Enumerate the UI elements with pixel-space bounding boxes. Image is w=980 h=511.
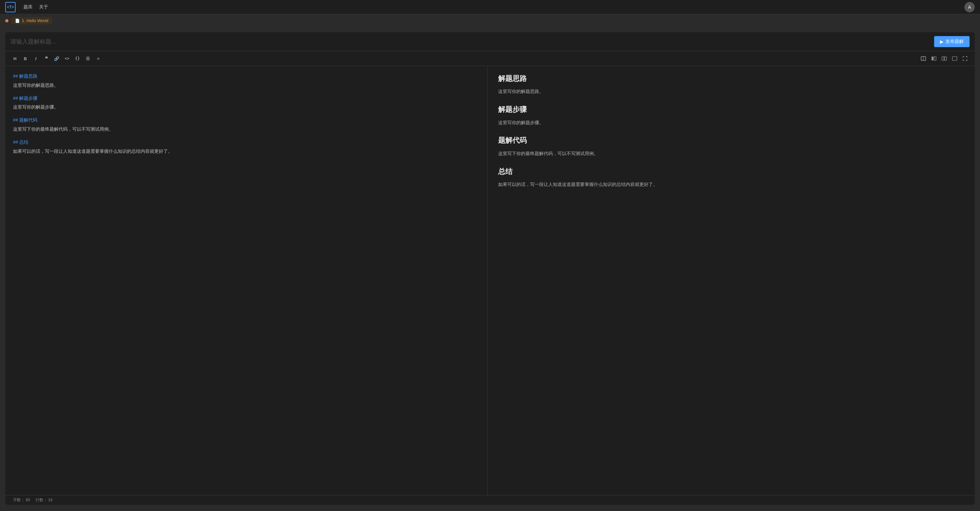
toolbar-italic[interactable]: I bbox=[31, 54, 40, 63]
word-count: 字数： 85 bbox=[13, 497, 30, 503]
title-input[interactable] bbox=[10, 38, 930, 45]
toolbar-ordered-list[interactable]: ≡ bbox=[94, 54, 103, 63]
toolbar-inline-code[interactable]: <> bbox=[62, 54, 72, 63]
nav-links: 题库 关于 bbox=[24, 4, 48, 10]
md-paragraph-4: 如果可以的话，写一段让人知道这道题需要掌握什么知识的总结内容就更好了。 bbox=[13, 148, 480, 156]
svg-rect-2 bbox=[932, 57, 934, 60]
tab-label: 1. Hello World bbox=[22, 18, 48, 23]
toolbar-code-block[interactable]: {} bbox=[73, 54, 82, 63]
toolbar-view-edit[interactable] bbox=[919, 54, 928, 63]
publish-icon: ▶ bbox=[940, 39, 943, 44]
md-heading-2: ## 解题步骤 bbox=[13, 95, 480, 102]
fullscreen-icon bbox=[963, 56, 968, 61]
logo[interactable]: <T> bbox=[5, 2, 16, 12]
toolbar-bold[interactable]: B bbox=[21, 54, 30, 63]
topnav: <T> 题库 关于 A bbox=[0, 0, 980, 14]
nav-problems[interactable]: 题库 bbox=[24, 4, 33, 10]
svg-rect-4 bbox=[942, 57, 944, 60]
avatar[interactable]: A bbox=[964, 2, 975, 12]
svg-rect-5 bbox=[945, 57, 947, 60]
svg-rect-3 bbox=[934, 57, 936, 60]
tab-hello-world[interactable]: 📄 1. Hello World bbox=[11, 17, 52, 24]
tab-dot bbox=[5, 19, 8, 22]
line-count: 行数： 16 bbox=[35, 497, 53, 503]
md-heading-1: ## 解题思路 bbox=[13, 73, 480, 80]
split-view-icon bbox=[942, 56, 947, 61]
tab-icon: 📄 bbox=[15, 19, 20, 23]
editor-container: ▶ 发布题解 H B I ❝ 🔗 <> { bbox=[5, 32, 975, 505]
preview-heading-1: 解题思路 bbox=[498, 73, 965, 84]
preview-paragraph-4: 如果可以的话，写一段让人知道这道题需要掌握什么知识的总结内容就更好了。 bbox=[498, 181, 965, 189]
toolbar-view-preview[interactable] bbox=[950, 54, 959, 63]
preview-heading-3: 题解代码 bbox=[498, 134, 965, 146]
editor-right: 解题思路 这里写你的解题思路。 解题步骤 这里写你的解题步骤。 题解代码 这里写… bbox=[488, 66, 975, 495]
toolbar-right bbox=[919, 54, 970, 63]
toolbar-quote[interactable]: ❝ bbox=[41, 54, 51, 63]
preview-paragraph-1: 这里写你的解题思路。 bbox=[498, 88, 965, 95]
preview-paragraph-2: 这里写你的解题步骤。 bbox=[498, 119, 965, 127]
svg-rect-6 bbox=[952, 57, 957, 60]
md-paragraph-1: 这里写你的解题思路。 bbox=[13, 82, 480, 89]
statusbar: 字数： 85 行数： 16 bbox=[5, 495, 975, 505]
md-paragraph-2: 这里写你的解题步骤。 bbox=[13, 103, 480, 111]
md-paragraph-3: 这里写下你的最终题解代码，可以不写测试用例。 bbox=[13, 125, 480, 133]
logo-icon: <T> bbox=[5, 2, 16, 12]
preview-paragraph-3: 这里写下你的最终题解代码，可以不写测试用例。 bbox=[498, 150, 965, 158]
split-left-icon bbox=[931, 56, 936, 61]
publish-button[interactable]: ▶ 发布题解 bbox=[934, 36, 970, 47]
edit-view-icon bbox=[921, 56, 926, 61]
toolbar: H B I ❝ 🔗 <> {} ☰ ≡ bbox=[5, 51, 975, 66]
toolbar-heading[interactable]: H bbox=[10, 54, 19, 63]
toolbar-unordered-list[interactable]: ☰ bbox=[83, 54, 92, 63]
preview-heading-2: 解题步骤 bbox=[498, 103, 965, 116]
editor-left[interactable]: ## 解题思路 这里写你的解题思路。 ## 解题步骤 这里写你的解题步骤。 ##… bbox=[5, 66, 488, 495]
preview-icon bbox=[952, 56, 957, 61]
md-heading-3: ## 题解代码 bbox=[13, 116, 480, 124]
toolbar-view-split[interactable] bbox=[940, 54, 949, 63]
editor-panels: ## 解题思路 这里写你的解题思路。 ## 解题步骤 这里写你的解题步骤。 ##… bbox=[5, 66, 975, 495]
tabbar: 📄 1. Hello World bbox=[0, 14, 980, 27]
title-row: ▶ 发布题解 bbox=[5, 32, 975, 51]
main-area: ▶ 发布题解 H B I ❝ 🔗 <> { bbox=[0, 27, 980, 510]
publish-label: 发布题解 bbox=[945, 39, 964, 44]
toolbar-view-split-left[interactable] bbox=[929, 54, 939, 63]
toolbar-link[interactable]: 🔗 bbox=[52, 54, 61, 63]
toolbar-fullscreen[interactable] bbox=[961, 54, 970, 63]
preview-heading-4: 总结 bbox=[498, 165, 965, 178]
md-heading-4: ## 总结 bbox=[13, 138, 480, 146]
nav-about[interactable]: 关于 bbox=[39, 4, 48, 10]
